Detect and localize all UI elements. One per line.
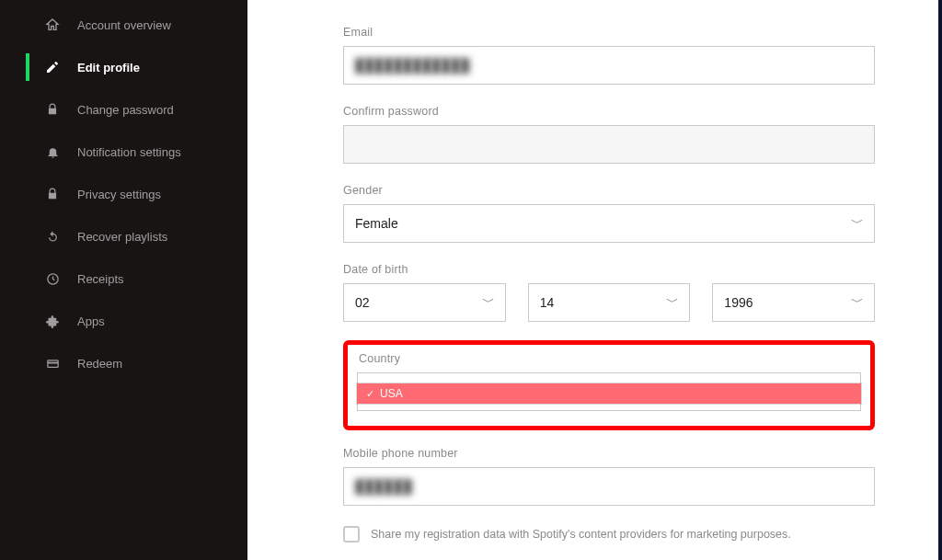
sidebar-item-redeem[interactable]: Redeem bbox=[0, 342, 247, 384]
edit-profile-form: Email ████████████ Confirm password Gend… bbox=[343, 0, 875, 560]
confirm-password-field-group: Confirm password bbox=[343, 105, 875, 164]
gender-select[interactable]: Female bbox=[343, 204, 875, 243]
confirm-password-label: Confirm password bbox=[343, 105, 875, 118]
sidebar-item-label: Change password bbox=[77, 103, 174, 117]
svg-rect-2 bbox=[47, 361, 57, 363]
sidebar-item-label: Privacy settings bbox=[77, 188, 161, 201]
email-field-group: Email ████████████ bbox=[343, 26, 875, 85]
sidebar-item-label: Recover playlists bbox=[77, 230, 167, 244]
sidebar-item-label: Apps bbox=[77, 314, 105, 328]
gender-value: Female bbox=[355, 216, 398, 231]
dob-label: Date of birth bbox=[343, 263, 875, 276]
email-value-masked: ████████████ bbox=[355, 58, 470, 73]
email-input[interactable]: ████████████ bbox=[343, 46, 875, 85]
card-icon bbox=[44, 355, 61, 371]
dob-field-group: Date of birth 02 ﹀ 14 ﹀ bbox=[343, 263, 875, 322]
dob-month-select[interactable]: 02 bbox=[343, 283, 506, 322]
home-icon bbox=[44, 17, 61, 33]
share-data-row: Share my registration data with Spotify'… bbox=[343, 526, 875, 543]
gender-select-wrap: Female ﹀ bbox=[343, 204, 875, 243]
country-highlight-box: Country ✓ USA bbox=[343, 340, 875, 430]
sidebar-item-label: Receipts bbox=[77, 272, 124, 286]
dob-day-value: 14 bbox=[540, 295, 555, 310]
country-option-selected[interactable]: ✓ USA bbox=[357, 383, 861, 404]
refresh-icon bbox=[44, 228, 61, 245]
puzzle-icon bbox=[44, 313, 61, 329]
share-data-checkbox[interactable] bbox=[343, 526, 360, 543]
confirm-password-input[interactable] bbox=[343, 125, 875, 164]
clock-icon bbox=[44, 270, 61, 287]
sidebar-item-label: Edit profile bbox=[77, 61, 140, 74]
dob-year-value: 1996 bbox=[724, 295, 752, 310]
sidebar-item-apps[interactable]: Apps bbox=[0, 300, 247, 342]
sidebar-item-edit-profile[interactable]: Edit profile bbox=[0, 46, 247, 88]
dob-day-select[interactable]: 14 bbox=[528, 283, 691, 322]
gender-label: Gender bbox=[343, 184, 875, 197]
bell-icon bbox=[44, 143, 61, 160]
sidebar-item-privacy-settings[interactable]: Privacy settings bbox=[0, 173, 247, 215]
country-value: USA bbox=[380, 387, 403, 400]
email-label: Email bbox=[343, 26, 875, 39]
sidebar-item-change-password[interactable]: Change password bbox=[0, 88, 247, 131]
sidebar-item-recover-playlists[interactable]: Recover playlists bbox=[0, 215, 247, 257]
sidebar-item-receipts[interactable]: Receipts bbox=[0, 257, 247, 300]
dob-year-select[interactable]: 1996 bbox=[712, 283, 875, 322]
phone-field-group: Mobile phone number ██████ bbox=[343, 447, 875, 506]
sidebar: Account overview Edit profile Change pas… bbox=[0, 0, 247, 560]
dob-month-value: 02 bbox=[355, 295, 370, 310]
sidebar-item-label: Notification settings bbox=[77, 145, 181, 159]
lock-icon bbox=[44, 186, 61, 202]
sidebar-item-notification-settings[interactable]: Notification settings bbox=[0, 131, 247, 173]
country-label: Country bbox=[359, 352, 861, 365]
phone-label: Mobile phone number bbox=[343, 447, 875, 460]
main-content: Email ████████████ Confirm password Gend… bbox=[247, 0, 938, 560]
sidebar-item-label: Redeem bbox=[77, 357, 122, 371]
check-icon: ✓ bbox=[366, 388, 374, 400]
sidebar-item-label: Account overview bbox=[77, 18, 171, 32]
sidebar-item-account-overview[interactable]: Account overview bbox=[0, 4, 247, 46]
phone-value-masked: ██████ bbox=[355, 479, 413, 494]
phone-input[interactable]: ██████ bbox=[343, 467, 875, 506]
pencil-icon bbox=[44, 59, 61, 75]
app-root: Account overview Edit profile Change pas… bbox=[0, 0, 940, 560]
lock-icon bbox=[44, 101, 61, 118]
gender-field-group: Gender Female ﹀ bbox=[343, 184, 875, 243]
share-data-label: Share my registration data with Spotify'… bbox=[371, 528, 791, 541]
